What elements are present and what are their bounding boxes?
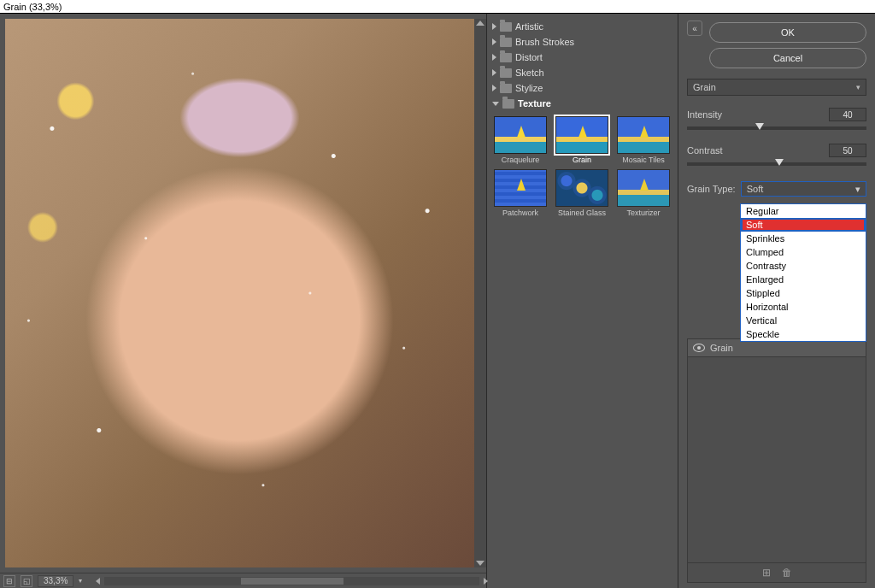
contrast-input[interactable] xyxy=(829,144,866,157)
effect-layer-row[interactable]: Grain xyxy=(688,339,866,357)
window-title: Grain (33,3%) xyxy=(3,2,62,12)
filter-gallery-pane: ArtisticBrush StrokesDistortSketchStyliz… xyxy=(487,14,678,588)
filter-thumbnail-image xyxy=(494,169,547,207)
category-label: Distort xyxy=(515,52,543,62)
folder-icon xyxy=(500,38,512,47)
filter-thumbnail-image xyxy=(494,116,547,154)
preview-image[interactable] xyxy=(5,19,474,567)
folder-icon xyxy=(500,22,512,32)
filter-thumbnail-image xyxy=(555,116,608,154)
grain-type-option-speckle[interactable]: Speckle xyxy=(741,327,866,341)
scroll-down-icon[interactable] xyxy=(476,561,484,566)
folder-icon xyxy=(502,99,514,109)
grain-type-value: Soft xyxy=(747,184,764,194)
zoom-dropdown-icon[interactable]: ▾ xyxy=(79,577,82,585)
cancel-button[interactable]: Cancel xyxy=(709,48,866,68)
filter-thumb-patchwork[interactable]: Patchwork xyxy=(492,169,549,217)
settings-pane: « OK Cancel Grain ▾ Intensity Contrast G… xyxy=(678,14,875,588)
current-filter-label: Grain xyxy=(693,82,716,92)
category-label: Texture xyxy=(518,98,551,109)
category-stylize[interactable]: Stylize xyxy=(490,80,674,96)
filter-thumbnail-label: Grain xyxy=(573,156,591,164)
preview-pane: ⊟ ◱ 33,3% ▾ xyxy=(0,14,487,588)
scroll-up-icon[interactable] xyxy=(476,21,484,26)
filter-thumb-stained-glass[interactable]: Stained Glass xyxy=(554,169,610,217)
effect-layers-panel: Grain ⊞ 🗑 xyxy=(687,338,866,583)
folder-icon xyxy=(500,68,512,78)
intensity-label: Intensity xyxy=(687,109,722,120)
effect-layer-name: Grain xyxy=(710,343,733,353)
filter-thumbnail-image xyxy=(617,169,670,207)
category-label: Artistic xyxy=(515,21,543,32)
grain-type-select[interactable]: Soft ▾ xyxy=(741,181,866,197)
preview-horizontal-scrollbar[interactable] xyxy=(104,577,479,585)
filter-thumb-texturizer[interactable]: Texturizer xyxy=(615,169,672,217)
ok-button[interactable]: OK xyxy=(709,22,866,43)
filter-thumb-craquelure[interactable]: Craquelure xyxy=(492,116,549,164)
workspace: ⊟ ◱ 33,3% ▾ ArtisticBrush StrokesDistort… xyxy=(0,14,875,588)
category-texture[interactable]: Texture xyxy=(490,96,674,111)
grain-type-option-soft[interactable]: Soft xyxy=(741,218,866,232)
delete-effect-layer-button[interactable]: 🗑 xyxy=(781,567,793,579)
collapse-gallery-button[interactable]: « xyxy=(687,21,702,36)
zoom-fit-button[interactable]: ◱ xyxy=(21,575,32,587)
disclosure-triangle-icon xyxy=(492,54,496,61)
grain-type-label: Grain Type: xyxy=(687,184,736,194)
texture-thumbnails: CraquelureGrainMosaic TilesPatchworkStai… xyxy=(490,111,674,219)
category-brush-strokes[interactable]: Brush Strokes xyxy=(490,34,674,50)
filter-thumbnail-label: Stained Glass xyxy=(558,209,606,217)
disclosure-triangle-icon xyxy=(492,102,499,106)
intensity-slider[interactable] xyxy=(687,126,866,130)
current-filter-select[interactable]: Grain ▾ xyxy=(687,79,866,96)
window-titlebar: Grain (33,3%) xyxy=(0,0,875,14)
grain-type-option-stippled[interactable]: Stippled xyxy=(741,286,866,300)
disclosure-triangle-icon xyxy=(492,85,496,91)
category-label: Brush Strokes xyxy=(515,37,574,47)
filter-thumbnail-image xyxy=(555,169,608,207)
preview-footer: ⊟ ◱ 33,3% ▾ xyxy=(0,573,486,588)
contrast-label: Contrast xyxy=(687,145,723,156)
intensity-input[interactable] xyxy=(829,108,866,121)
folder-icon xyxy=(500,53,512,62)
grain-type-option-enlarged[interactable]: Enlarged xyxy=(741,273,866,286)
category-distort[interactable]: Distort xyxy=(490,50,674,65)
preview-body xyxy=(0,14,486,573)
contrast-slider[interactable] xyxy=(687,162,866,166)
category-sketch[interactable]: Sketch xyxy=(490,65,674,80)
grain-type-option-regular[interactable]: Regular xyxy=(741,204,866,218)
grain-type-dropdown-list[interactable]: RegularSoftSprinklesClumpedContrastyEnla… xyxy=(740,203,866,342)
zoom-out-button[interactable]: ⊟ xyxy=(3,575,15,587)
category-label: Stylize xyxy=(515,83,543,93)
filter-thumbnail-label: Mosaic Tiles xyxy=(622,156,665,164)
folder-icon xyxy=(500,84,512,93)
grain-type-option-contrasty[interactable]: Contrasty xyxy=(741,259,866,273)
chevron-down-icon: ▾ xyxy=(856,83,860,91)
filter-thumbnail-image xyxy=(617,116,670,154)
chevron-down-icon: ▾ xyxy=(855,184,860,195)
grain-type-option-vertical[interactable]: Vertical xyxy=(741,314,866,327)
filter-thumbnail-label: Patchwork xyxy=(502,209,538,217)
disclosure-triangle-icon xyxy=(492,23,496,30)
filter-thumb-grain[interactable]: Grain xyxy=(554,116,610,164)
filter-thumb-mosaic-tiles[interactable]: Mosaic Tiles xyxy=(615,116,672,164)
filter-thumbnail-label: Texturizer xyxy=(626,209,660,217)
category-artistic[interactable]: Artistic xyxy=(490,19,674,34)
disclosure-triangle-icon xyxy=(492,38,496,45)
filter-thumbnail-label: Craquelure xyxy=(502,156,540,164)
scroll-left-icon[interactable] xyxy=(96,578,100,585)
disclosure-triangle-icon xyxy=(492,69,496,76)
grain-type-option-clumped[interactable]: Clumped xyxy=(741,245,866,259)
zoom-level-field[interactable]: 33,3% xyxy=(38,575,73,587)
visibility-eye-icon[interactable] xyxy=(693,344,705,352)
grain-type-option-horizontal[interactable]: Horizontal xyxy=(741,300,866,314)
grain-type-option-sprinkles[interactable]: Sprinkles xyxy=(741,232,866,245)
category-label: Sketch xyxy=(515,68,544,78)
new-effect-layer-button[interactable]: ⊞ xyxy=(760,567,772,579)
preview-vertical-scrollbar[interactable] xyxy=(474,19,486,567)
scroll-right-icon[interactable] xyxy=(484,578,488,585)
